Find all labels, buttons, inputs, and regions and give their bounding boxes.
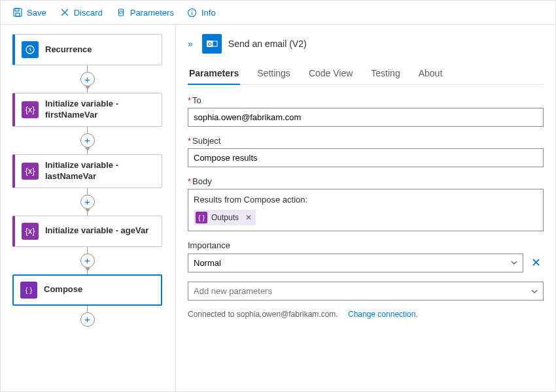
tab-about[interactable]: About (417, 63, 444, 84)
clock-icon (22, 41, 39, 58)
save-icon (12, 7, 23, 18)
add-step-button[interactable]: + (80, 312, 95, 327)
flow-canvas: Recurrence + {x} Initialize variable - f… (1, 25, 176, 391)
toolbar: Save Discard @ Parameters Info (1, 1, 555, 25)
add-step-button[interactable]: + (80, 253, 95, 268)
add-step-button[interactable]: + (80, 195, 95, 209)
token-remove-icon[interactable]: ✕ (245, 213, 252, 222)
field-to: *To (188, 95, 544, 127)
discard-icon (60, 7, 70, 18)
svg-text:@: @ (118, 10, 123, 14)
svg-rect-2 (16, 13, 20, 16)
save-button[interactable]: Save (7, 5, 52, 20)
token-outputs[interactable]: { } Outputs ✕ (194, 210, 256, 225)
compose-icon: { } (20, 282, 37, 299)
importance-label: Importance (188, 240, 544, 250)
token-label: Outputs (211, 213, 239, 222)
field-importance: Importance ✕ (188, 240, 544, 272)
node-label: Initialize variable - ageVar (45, 225, 148, 237)
field-body: *Body Results from Compose action: { } O… (188, 176, 544, 231)
info-button[interactable]: Info (182, 5, 221, 20)
subject-label: *Subject (188, 136, 544, 146)
node-label: Initialize variable - firstNameVar (45, 99, 155, 121)
change-connection-link[interactable]: Change connection. (348, 310, 418, 319)
connector: + (12, 306, 162, 327)
body-text: Results from Compose action: (194, 195, 538, 204)
tab-codeview[interactable]: Code View (307, 63, 354, 84)
info-icon (187, 7, 198, 18)
panel-header: » O Send an email (V2) (188, 34, 544, 54)
add-step-button[interactable]: + (80, 133, 95, 148)
info-label: Info (201, 8, 216, 18)
node-init-var-lastname[interactable]: {x} Initialize variable - lastNameVar (12, 154, 162, 188)
node-label: Compose (44, 284, 82, 295)
importance-select[interactable] (188, 253, 523, 272)
save-label: Save (27, 8, 46, 18)
node-label: Initialize variable - lastNameVar (45, 160, 155, 182)
panel-title: Send an email (V2) (228, 39, 307, 49)
add-parameters-select[interactable] (188, 282, 544, 301)
to-input[interactable] (188, 108, 544, 127)
parameters-button[interactable]: @ Parameters (111, 5, 179, 20)
connection-text: Connected to sophia.owen@fabrikam.com. (188, 310, 338, 319)
discard-label: Discard (74, 8, 103, 18)
to-label: *To (188, 95, 544, 105)
node-init-var-firstname[interactable]: {x} Initialize variable - firstNameVar (12, 93, 162, 127)
panel-tabs: Parameters Settings Code View Testing Ab… (188, 63, 544, 85)
subject-input[interactable] (188, 148, 544, 167)
tab-testing[interactable]: Testing (370, 63, 401, 84)
parameters-icon: @ (116, 7, 126, 18)
node-recurrence[interactable]: Recurrence (12, 34, 162, 65)
discard-button[interactable]: Discard (54, 5, 108, 20)
collapse-icon[interactable]: » (188, 39, 196, 49)
connector: + (12, 65, 162, 93)
connector: + (12, 247, 162, 274)
tab-parameters[interactable]: Parameters (188, 63, 240, 85)
node-init-var-age[interactable]: {x} Initialize variable - ageVar (12, 216, 162, 247)
connection-info: Connected to sophia.owen@fabrikam.com. C… (188, 310, 544, 319)
clear-importance-button[interactable]: ✕ (529, 253, 544, 272)
connector: + (12, 188, 162, 216)
body-input[interactable]: Results from Compose action: { } Outputs… (188, 189, 544, 231)
node-label: Recurrence (45, 44, 92, 56)
parameters-label: Parameters (130, 8, 174, 18)
connector: + (12, 127, 162, 154)
svg-rect-13 (213, 41, 217, 46)
token-icon: { } (196, 212, 207, 223)
field-add-parameters (188, 282, 544, 301)
outlook-icon: O (202, 34, 222, 54)
main-split: Recurrence + {x} Initialize variable - f… (1, 25, 555, 391)
details-panel: » O Send an email (V2) Parameters Settin… (176, 25, 555, 391)
app-root: Save Discard @ Parameters Info (0, 0, 556, 392)
variable-icon: {x} (22, 223, 39, 240)
node-compose[interactable]: { } Compose (12, 274, 162, 306)
variable-icon: {x} (22, 101, 39, 118)
svg-rect-1 (15, 8, 19, 11)
add-step-button[interactable]: + (80, 72, 95, 86)
body-label: *Body (188, 176, 544, 186)
field-subject: *Subject (188, 136, 544, 167)
variable-icon: {x} (22, 163, 39, 180)
svg-text:O: O (207, 41, 211, 47)
tab-settings[interactable]: Settings (256, 63, 292, 84)
svg-point-9 (192, 10, 192, 10)
